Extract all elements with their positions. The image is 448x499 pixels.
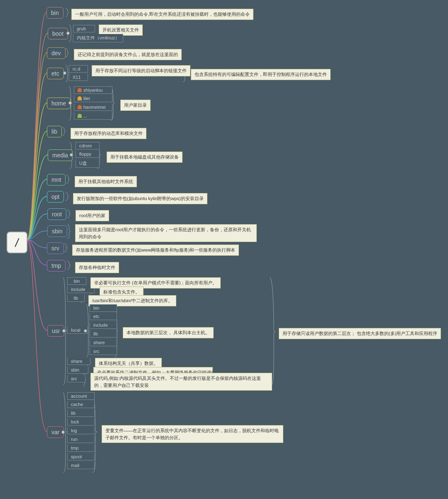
user-icon [78, 96, 82, 100]
usr-local-lib[interactable]: lib [90, 330, 117, 338]
usr-local-include[interactable]: include [90, 322, 117, 329]
root-label: / [14, 237, 20, 248]
expand-dot[interactable] [63, 71, 66, 75]
desc-usr: 用于存储只读用户数据的第二层次； 包含绝大多数的(多)用户工具和应用程序 [279, 328, 441, 339]
dir-boot[interactable]: boot [48, 28, 68, 39]
desc-home: 用户家目录 [120, 100, 151, 111]
desc-sbin: 这里面很多只能是root用户才能执行的命令，一些系统进行更新，备份，还原和开关机… [75, 224, 257, 242]
var-run[interactable]: run [67, 436, 95, 443]
home-user1[interactable]: shiyanlou [74, 86, 112, 94]
dir-sbin[interactable]: sbin [47, 225, 67, 237]
expand-dot[interactable] [70, 153, 73, 157]
desc-usr-src: 源代码,例如:内核源代码及其头文件。不过一般的发行版是不会保留内核源码在这里的，… [90, 373, 272, 391]
var-tmp[interactable]: tmp [67, 445, 95, 452]
desc-opt: 发行版附加的一些软件包(如ubuntu kylin附带的wps)的安装目录 [73, 193, 207, 204]
expand-dot[interactable] [84, 329, 87, 333]
desc-tmp: 存放各种临时文件 [75, 262, 119, 273]
var-cache[interactable]: cache [67, 401, 95, 408]
home-user2[interactable]: lilei [74, 95, 112, 102]
desc-dev: 还记得之前提到的设备文件么，就是放在这里面的 [74, 49, 182, 60]
usr-local-bin[interactable]: bin [90, 304, 117, 312]
desc-mnt: 用于挂载其他临时文件系统 [75, 176, 137, 187]
root-node[interactable]: / [7, 232, 27, 253]
dir-srv[interactable]: srv [47, 242, 64, 254]
var-account[interactable]: account [67, 392, 95, 400]
home-user4[interactable]: ... [74, 113, 112, 120]
media-cdrom[interactable]: cdrom [75, 142, 100, 149]
boot-kernel[interactable]: 内核文件（vmlinuz） [73, 34, 123, 42]
dir-dev[interactable]: dev [47, 47, 66, 59]
desc-srv: 存放服务进程所需的数据文件(如www网络服务和ftp服务)和一些服务的执行脚本 [72, 245, 239, 256]
desc-usr-local: 本地数据的第三层次， 具体到本台主机。 [123, 327, 214, 338]
usr-local-share[interactable]: share [90, 339, 117, 346]
user-icon [78, 114, 82, 118]
home-user3[interactable]: hanmeimei [74, 104, 112, 111]
desc-var: 变量文件——在正常运行的系统中其内容不断变化的文件，如日志，脱机文件和临时电子邮… [102, 425, 283, 443]
user-icon [78, 88, 82, 92]
usr-local-etc[interactable]: etc [90, 313, 117, 320]
dir-home[interactable]: home [47, 98, 71, 109]
usr-bin[interactable]: bin [67, 277, 86, 285]
usr-lib[interactable]: lib [67, 295, 85, 302]
user-icon [78, 105, 82, 109]
desc-lib: 用于存放程序的动态库和模块文件 [71, 128, 146, 139]
desc-root: root用户的家 [75, 210, 109, 221]
dir-lib[interactable]: lib [47, 126, 62, 137]
desc-etc-rcd: 用于存放不同运行等级的启动脚本的链接文件 [92, 65, 190, 76]
expand-dot[interactable] [66, 32, 70, 35]
dir-opt[interactable]: opt [47, 191, 64, 203]
desc-etc: 包含系统特有的可编辑配置文件，即用于控制程序运行的本地文件 [191, 69, 331, 80]
desc-bin: 一般用户可用，启动时会用到的命令,即在文件系统还没有被挂载时，也能够使用的命令 [71, 9, 253, 20]
media-floppy[interactable]: floppy [75, 151, 100, 158]
dir-tmp[interactable]: tmp [47, 260, 66, 272]
etc-x11[interactable]: X11 [69, 74, 88, 81]
var-mail[interactable]: mail [67, 462, 95, 469]
boot-grub[interactable]: grub [73, 25, 95, 32]
media-udisk[interactable]: U盘 [75, 159, 100, 168]
usr-src[interactable]: src [67, 375, 85, 382]
expand-dot[interactable] [61, 431, 65, 434]
expand-dot[interactable] [62, 329, 66, 333]
desc-media: 用于挂载本地磁盘或其他存储设备 [107, 152, 183, 163]
dir-etc[interactable]: etc [47, 68, 64, 79]
var-lib[interactable]: lib [67, 410, 95, 417]
dir-bin[interactable]: bin [46, 7, 63, 19]
var-log[interactable]: log [67, 427, 95, 434]
usr-local-src[interactable]: src [90, 348, 117, 355]
var-lock[interactable]: lock [67, 418, 95, 426]
dir-root[interactable]: root [47, 208, 66, 220]
var-spool[interactable]: spool [67, 453, 95, 460]
expand-dot[interactable] [68, 101, 72, 105]
usr-share[interactable]: share [67, 358, 90, 365]
dir-mnt[interactable]: mnt [47, 174, 66, 186]
etc-rcd[interactable]: rc.d [69, 65, 88, 73]
usr-sbin[interactable]: sbin [67, 367, 88, 374]
dir-media[interactable]: media [48, 149, 73, 161]
